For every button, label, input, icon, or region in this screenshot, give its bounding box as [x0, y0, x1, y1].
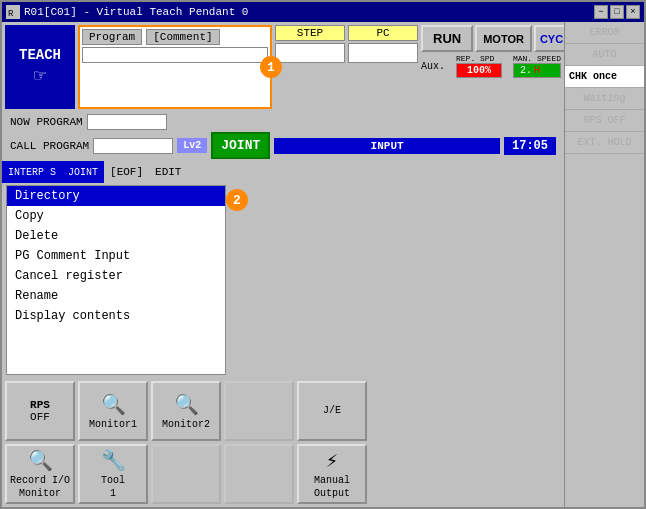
main-window: R R01[C01] - Virtual Teach Pendant 0 − □…: [0, 0, 646, 509]
call-program-input[interactable]: [93, 138, 173, 154]
right-sidebar: ERROR AUTO CHK once Waiting RPS OFF EXT.…: [564, 22, 644, 507]
menu-item-pg-comment[interactable]: PG Comment Input: [7, 246, 225, 266]
interp-bar: INTERP S JOINT [EOF] EDIT: [2, 161, 564, 183]
toolbar-row-1: RPS OFF 🔍 Monitor1 🔍 Monitor2: [5, 381, 367, 441]
sidebar-auto: AUTO: [565, 44, 644, 66]
pc-input-box[interactable]: [348, 43, 418, 63]
program-content: Directory Copy Delete PG Comment Input C…: [2, 183, 564, 377]
window-title: R01[C01] - Virtual Teach Pendant 0: [24, 6, 248, 18]
now-program-label: NOW PROGRAM: [10, 116, 83, 128]
maximize-button[interactable]: □: [610, 5, 624, 19]
app-icon: R: [6, 5, 20, 19]
eof-label: [EOF]: [104, 161, 149, 183]
monitor2-label: Monitor2: [162, 419, 210, 430]
sidebar-rps-off: RPS OFF: [565, 110, 644, 132]
joint-display[interactable]: JOINT: [211, 132, 270, 159]
rep-spd-section: REP. SPD 100%: [456, 54, 502, 78]
menu-item-rename[interactable]: Rename: [7, 286, 225, 306]
time-display: 17:05: [504, 137, 556, 155]
sidebar-waiting: Waiting: [565, 88, 644, 110]
menu-item-display-contents[interactable]: Display contents: [7, 306, 225, 326]
teach-button[interactable]: TEACH ☞: [5, 25, 75, 109]
man-speed-bar: 2. H: [513, 63, 561, 78]
man-speed-label: MAN. SPEED: [513, 54, 561, 63]
record-io-button[interactable]: 🔍 Record I/O Monitor: [5, 444, 75, 504]
aux-label: Aux.: [421, 61, 445, 72]
monitor1-icon: 🔍: [101, 392, 126, 417]
run-button[interactable]: RUN: [421, 25, 473, 52]
program-input[interactable]: [82, 47, 268, 63]
man-speed-value: 2.: [520, 65, 532, 76]
tool-label: Tool: [101, 475, 125, 486]
now-program-input[interactable]: [87, 114, 167, 130]
cursor-icon: ☞: [34, 63, 46, 88]
speed-bar: 100%: [456, 63, 502, 78]
tool-button[interactable]: 🔧 Tool 1: [78, 444, 148, 504]
rep-spd-label: REP. SPD: [456, 54, 502, 63]
titlebar-controls: − □ ×: [594, 5, 640, 19]
badge-1: 1: [260, 56, 282, 78]
comment-label: [Comment]: [146, 29, 219, 45]
titlebar: R R01[C01] - Virtual Teach Pendant 0 − □…: [2, 2, 644, 22]
je-button[interactable]: J/E: [297, 381, 367, 441]
manual-output-icon: ⚡: [326, 448, 338, 473]
step-input-box[interactable]: [275, 43, 345, 63]
monitor1-label: Monitor1: [89, 419, 137, 430]
right-controls: RUN MOTOR CYCLE Aux. REP. SPD 100% MAN. …: [421, 25, 561, 109]
manual-label: Manual: [314, 475, 350, 486]
monitor1-button[interactable]: 🔍 Monitor1: [78, 381, 148, 441]
now-program-row: NOW PROGRAM: [6, 114, 560, 130]
monitor2-icon: 🔍: [174, 392, 199, 417]
joint-button[interactable]: JOINT: [62, 161, 104, 183]
man-speed-section: MAN. SPEED 2. H: [513, 54, 561, 78]
monitor2-button[interactable]: 🔍 Monitor2: [151, 381, 221, 441]
je-label: J/E: [323, 405, 341, 416]
bottom-toolbar: RPS OFF 🔍 Monitor1 🔍 Monitor2: [2, 377, 564, 507]
program-header: Program [Comment]: [82, 29, 268, 45]
menu-item-delete[interactable]: Delete: [7, 226, 225, 246]
output-label: Output: [314, 488, 350, 499]
step-area: STEP: [275, 25, 345, 109]
toolbar-row-2: 🔍 Record I/O Monitor 🔧 Tool 1 ⚡: [5, 444, 367, 504]
rps-label: RPS: [30, 399, 50, 411]
now-call-section: NOW PROGRAM CALL PROGRAM Lv2 JOINT INPUT…: [2, 112, 564, 161]
empty-btn-2: [151, 444, 221, 504]
record-io-label: Record I/O: [10, 475, 70, 486]
menu-item-cancel-register[interactable]: Cancel register: [7, 266, 225, 286]
sidebar-error: ERROR: [565, 22, 644, 44]
call-program-label: CALL PROGRAM: [10, 140, 89, 152]
monitor-label: Monitor: [19, 488, 61, 499]
program-label: Program: [82, 29, 142, 45]
menu-item-copy[interactable]: Copy: [7, 206, 225, 226]
left-panel: TEACH ☞ Program [Comment] 1 STEP PC: [2, 22, 564, 507]
main-content: TEACH ☞ Program [Comment] 1 STEP PC: [2, 22, 644, 507]
interp-s-button[interactable]: INTERP S: [2, 161, 62, 183]
teach-label: TEACH: [19, 47, 61, 63]
call-program-row: CALL PROGRAM Lv2 JOINT INPUT 17:05: [6, 132, 560, 159]
empty-btn-1: [224, 381, 294, 441]
program-area: Program [Comment] 1: [78, 25, 272, 109]
minimize-button[interactable]: −: [594, 5, 608, 19]
badge-2: 2: [226, 189, 248, 211]
edit-label: EDIT: [149, 161, 187, 183]
motor-button[interactable]: MOTOR: [475, 25, 532, 52]
titlebar-left: R R01[C01] - Virtual Teach Pendant 0: [6, 5, 248, 19]
pc-label: PC: [348, 25, 418, 41]
aux-row: Aux. REP. SPD 100% MAN. SPEED 2. H: [421, 54, 561, 78]
record-io-icon: 🔍: [28, 448, 53, 473]
dropdown-menu: Directory Copy Delete PG Comment Input C…: [6, 185, 226, 375]
top-toolbar: TEACH ☞ Program [Comment] 1 STEP PC: [2, 22, 564, 112]
manual-output-button[interactable]: ⚡ Manual Output: [297, 444, 367, 504]
sidebar-ext-hold: EXT. HOLD: [565, 132, 644, 154]
rps-off-button[interactable]: RPS OFF: [5, 381, 75, 441]
h-label: H: [534, 65, 540, 76]
menu-item-directory[interactable]: Directory: [7, 186, 225, 206]
lv2-badge: Lv2: [177, 138, 207, 153]
empty-btn-3: [224, 444, 294, 504]
step-label: STEP: [275, 25, 345, 41]
tool-icon: 🔧: [101, 448, 126, 473]
close-button[interactable]: ×: [626, 5, 640, 19]
pc-area: PC: [348, 25, 418, 109]
svg-text:R: R: [8, 9, 14, 18]
tool-num-label: 1: [110, 488, 116, 499]
